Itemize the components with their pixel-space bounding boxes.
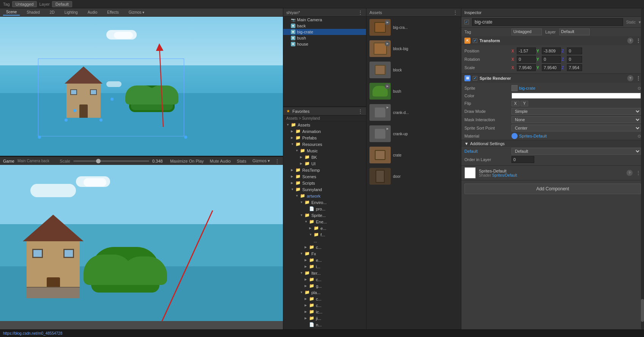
flip-y-btn[interactable]: Y: [521, 101, 529, 106]
order-in-layer-input[interactable]: [511, 156, 534, 163]
sorting-layer-dropdown[interactable]: Default: [511, 148, 641, 155]
project-item-prefabs[interactable]: ▶ 📁 Prefabs: [283, 134, 366, 141]
asset-item-crankd[interactable]: ▶ crank-d...: [366, 102, 461, 123]
asset-item-bigcrate[interactable]: ▶ big-cra...: [366, 17, 461, 38]
rot-z-input[interactable]: [567, 56, 582, 63]
rot-x-input[interactable]: [517, 56, 536, 63]
project-item-e[interactable]: ▶ 📁 e...: [283, 225, 366, 231]
project-item-ui[interactable]: ▶ 📁 UI: [283, 160, 366, 167]
status-url[interactable]: https://blog.csdn.net/m0_48554728: [3, 331, 62, 335]
project-item-f[interactable]: ▼ 📁 f...: [283, 231, 366, 238]
hierarchy-menu[interactable]: ⋮: [358, 9, 363, 16]
object-active-checkbox[interactable]: ✓: [464, 20, 469, 24]
rot-y-input[interactable]: [542, 56, 561, 63]
audio-btn[interactable]: Audio: [85, 9, 101, 15]
stats-btn[interactable]: Stats: [235, 159, 248, 163]
transform-enabled[interactable]: ✓: [473, 38, 477, 43]
project-item-fx-i[interactable]: ▶ 📁 i...: [283, 263, 366, 270]
asset-item-blockbig[interactable]: ▶ block-big: [366, 38, 461, 59]
scale-z-input[interactable]: [567, 64, 582, 71]
project-item-fx-e[interactable]: ▶ 📁 e...: [283, 257, 366, 263]
bush-play-icon[interactable]: ▶: [385, 84, 390, 89]
material-select-icon[interactable]: ⊙: [638, 134, 641, 139]
sorting-layer-label[interactable]: Default: [464, 149, 510, 153]
project-item-sunnyland[interactable]: ▼ 📁 Sunnyland: [283, 186, 366, 193]
game-canvas[interactable]: [0, 165, 283, 321]
material-menu[interactable]: ⋮: [636, 170, 641, 176]
layer-inspector-dropdown[interactable]: Default: [559, 28, 590, 35]
transform-help[interactable]: ?: [627, 38, 633, 44]
project-item-g[interactable]: ▶ 📁 g...: [283, 283, 366, 289]
project-item-sprite[interactable]: ▼ 📁 Sprite...: [283, 212, 366, 218]
project-item-assets[interactable]: ▼ 📁 Assets: [283, 122, 366, 128]
scene-canvas[interactable]: [0, 17, 283, 156]
project-item-scripts[interactable]: ▶ 📁 Scripts: [283, 180, 366, 186]
scale-slider[interactable]: [73, 160, 149, 162]
sr-enabled[interactable]: ✓: [473, 76, 477, 81]
sprite-select-icon[interactable]: ⊙: [638, 86, 641, 91]
project-item-fx[interactable]: ▼ 📁 Fx: [283, 250, 366, 257]
transform-header[interactable]: ⇱ ✓ Transform ? ⋮: [461, 36, 644, 45]
color-swatch[interactable]: [511, 93, 641, 99]
sr-menu[interactable]: ⋮: [636, 75, 641, 81]
pos-y-input[interactable]: [542, 47, 561, 54]
project-item-pla-c[interactable]: ▶ 📁 c...: [283, 296, 366, 302]
pos-x-input[interactable]: [517, 47, 536, 54]
hierarchy-item-house[interactable]: ■ house: [283, 41, 366, 47]
transform-menu[interactable]: ⋮: [636, 38, 641, 44]
add-component-button[interactable]: Add Component: [464, 184, 641, 194]
project-item-restemp[interactable]: ▶ 📁 ResTemp: [283, 167, 366, 173]
tag-inspector-dropdown[interactable]: Untagged: [511, 28, 542, 35]
project-item-ji[interactable]: ▶ 📁 ji...: [283, 315, 366, 321]
asset-item-crate[interactable]: crate: [366, 144, 461, 166]
hierarchy-item-back[interactable]: ■ back: [283, 23, 366, 29]
maximize-on-play-btn[interactable]: Maximize On Play: [169, 159, 205, 163]
project-item-pla-c2[interactable]: ▶ 📁 c...: [283, 302, 366, 309]
project-item-music[interactable]: ▼ 📁 Music: [283, 147, 366, 154]
assets-panel-menu[interactable]: ⋮: [453, 9, 458, 16]
hierarchy-item-bush[interactable]: ■ bush: [283, 35, 366, 41]
pos-z-input[interactable]: [567, 47, 582, 54]
project-item-ene[interactable]: ▼ 📁 Ene...: [283, 218, 366, 225]
additional-settings-foldout[interactable]: ▼ Additional Settings: [461, 140, 644, 147]
project-item-animation[interactable]: ▶ 📁 Animation: [283, 128, 366, 134]
game-view-menu[interactable]: ⋮: [275, 158, 280, 164]
project-item-c[interactable]: ▶ 📁 c...: [283, 244, 366, 250]
gizmos-scene-btn[interactable]: Gizmos ▾: [126, 9, 148, 15]
scale-x-input[interactable]: [517, 64, 536, 71]
project-item-iter[interactable]: ▼ 📁 Iter...: [283, 270, 366, 276]
scene-tab[interactable]: Scene: [3, 9, 20, 16]
flip-x-btn[interactable]: X: [511, 101, 519, 106]
sr-help[interactable]: ?: [627, 75, 633, 81]
project-item-scenes[interactable]: ▶ 📁 Scenes: [283, 173, 366, 180]
object-name-input[interactable]: [472, 18, 623, 26]
project-item-pro[interactable]: 📄 pro...: [283, 206, 366, 212]
layer-dropdown[interactable]: Default: [52, 1, 72, 7]
gizmos-game-btn[interactable]: Gizmos ▾: [251, 158, 271, 163]
project-item-enviro[interactable]: ▼ 📁 Enviro...: [283, 199, 366, 206]
project-item-n[interactable]: 📄 n...: [283, 321, 366, 328]
hierarchy-item-maincamera[interactable]: 📷 Main Camera: [283, 17, 366, 23]
blockbig-play-icon[interactable]: ▶: [385, 41, 390, 46]
sr-header[interactable]: 🖼 ✓ Sprite Renderer ? ⋮: [461, 74, 644, 83]
project-item-dots[interactable]: ...: [283, 238, 366, 244]
project-item-c2[interactable]: ▶ 📁 c...: [283, 276, 366, 283]
effects-btn[interactable]: Effects: [104, 9, 122, 15]
sprite-sort-point-dropdown[interactable]: Center: [511, 125, 641, 131]
shaded-btn[interactable]: Shaded: [24, 9, 43, 15]
project-menu[interactable]: ⋮: [358, 108, 363, 114]
2d-btn[interactable]: 2D: [47, 9, 58, 15]
mask-interaction-dropdown[interactable]: None: [511, 116, 641, 123]
project-item-resources[interactable]: ▼ 📁 Resources: [283, 141, 366, 147]
asset-item-door[interactable]: door: [366, 166, 461, 187]
asset-item-block[interactable]: block: [366, 59, 461, 81]
lighting-btn[interactable]: Lighting: [62, 9, 81, 15]
draw-mode-dropdown[interactable]: Simple: [511, 108, 641, 115]
asset-item-bush[interactable]: ▶ bush: [366, 81, 461, 102]
project-item-ic[interactable]: ▶ 📁 ic...: [283, 309, 366, 315]
project-item-pla[interactable]: ▼ 📁 pla...: [283, 289, 366, 296]
bigcrate-play-icon[interactable]: ▶: [385, 20, 390, 25]
game-tab-label[interactable]: Game: [3, 159, 14, 163]
scale-y-input[interactable]: [542, 64, 561, 71]
crankup-play-icon[interactable]: ▶: [385, 126, 390, 131]
